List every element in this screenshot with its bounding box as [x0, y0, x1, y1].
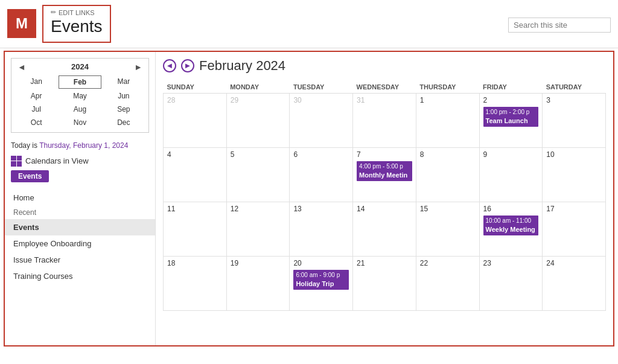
cal-cell-w2d2[interactable]: 13: [290, 202, 353, 256]
cal-cell-w3d5[interactable]: 23: [479, 256, 543, 310]
month-nov[interactable]: Nov: [59, 117, 101, 129]
sidebar-item-employee-onboarding[interactable]: Employee Onboarding: [5, 235, 155, 252]
logo: M: [7, 9, 36, 38]
day-number: 10: [546, 150, 602, 159]
title-area: ✏ EDIT LINKS Events: [42, 5, 111, 43]
sidebar-item-issue-tracker[interactable]: Issue Tracker: [5, 252, 155, 268]
col-monday: MONDAY: [226, 81, 290, 94]
events-badge[interactable]: Events: [11, 170, 49, 182]
cal-cell-w2d6[interactable]: 17: [543, 202, 606, 256]
event-block[interactable]: 6:00 am - 9:00 pHoliday Trip: [293, 270, 349, 290]
cal-cell-w1d1[interactable]: 5: [226, 147, 290, 202]
cal-cell-w2d3[interactable]: 14: [353, 202, 416, 256]
cal-next-btn[interactable]: ►: [181, 59, 194, 72]
today-link[interactable]: Thursday, February 1, 2024: [39, 141, 128, 150]
cal-cell-w0d4[interactable]: 1: [416, 93, 479, 147]
search-input[interactable]: [508, 18, 611, 33]
cal-cell-w1d2[interactable]: 6: [290, 147, 353, 202]
cal-cell-w3d1[interactable]: 19: [226, 256, 290, 310]
day-number: 12: [231, 205, 286, 213]
cal-cell-w2d4[interactable]: 15: [416, 202, 479, 256]
cal-cell-w3d2[interactable]: 206:00 am - 9:00 pHoliday Trip: [290, 256, 353, 310]
sidebar-nav: Home Recent Events Employee Onboarding I…: [5, 190, 155, 284]
month-may[interactable]: May: [59, 90, 101, 102]
event-block[interactable]: 10:00 am - 11:00Weekly Meeting: [483, 216, 539, 235]
day-number: 8: [420, 150, 476, 159]
day-number: 29: [231, 96, 286, 104]
day-number: 20: [293, 259, 349, 267]
cal-cell-w3d4[interactable]: 22: [416, 256, 479, 310]
cal-cell-w0d0[interactable]: 28: [164, 93, 227, 147]
cal-cell-w2d5[interactable]: 1610:00 am - 11:00Weekly Meeting: [479, 202, 543, 256]
cal-cell-w3d0[interactable]: 18: [164, 256, 227, 310]
sidebar-item-events[interactable]: Events: [5, 219, 155, 235]
cal-month-title: February 2024: [199, 58, 285, 74]
calendar-grid: SUNDAY MONDAY TUESDAY WEDNESDAY THURSDAY…: [163, 81, 606, 311]
day-number: 19: [231, 259, 286, 267]
day-number: 23: [483, 259, 539, 267]
mini-cal-next-btn[interactable]: ►: [132, 62, 145, 72]
sidebar: ◄ 2024 ► Jan Feb Mar Apr May Jun Jul Aug…: [5, 52, 156, 345]
month-apr[interactable]: Apr: [15, 90, 57, 102]
day-number: 17: [546, 205, 602, 213]
mini-cal-prev-btn[interactable]: ◄: [15, 62, 28, 72]
cals-in-view-label: Calendars in View: [25, 156, 89, 165]
cal-cell-w1d5[interactable]: 9: [479, 147, 543, 202]
edit-links-label[interactable]: EDIT LINKS: [59, 9, 95, 16]
cal-week-row-2: 11121314151610:00 am - 11:00Weekly Meeti…: [164, 202, 606, 256]
cal-cell-w1d3[interactable]: 74:00 pm - 5:00 pMonthly Meetin: [353, 147, 416, 202]
year-label: 2024: [71, 62, 89, 71]
month-feb[interactable]: Feb: [59, 75, 101, 89]
cal-prev-btn[interactable]: ◄: [163, 59, 176, 72]
edit-links-bar: ✏ EDIT LINKS: [51, 8, 103, 16]
day-number: 7: [357, 150, 412, 159]
cal-cell-w0d6[interactable]: 3: [543, 93, 606, 147]
mini-calendar: ◄ 2024 ► Jan Feb Mar Apr May Jun Jul Aug…: [11, 58, 149, 133]
day-number: 21: [357, 259, 412, 267]
day-number: 4: [167, 150, 223, 159]
month-dec[interactable]: Dec: [103, 117, 145, 129]
header: M ✏ EDIT LINKS Events: [0, 0, 618, 48]
day-number: 31: [357, 96, 412, 104]
calendar-grid-icon: [11, 156, 22, 167]
day-number: 1: [420, 96, 476, 104]
sidebar-item-home[interactable]: Home: [5, 190, 155, 206]
cal-cell-w1d6[interactable]: 10: [543, 147, 606, 202]
month-oct[interactable]: Oct: [15, 117, 57, 129]
month-jan[interactable]: Jan: [15, 75, 57, 89]
cals-in-view: Calendars in View Events: [11, 156, 149, 182]
cal-cell-w3d6[interactable]: 24: [543, 256, 606, 310]
cal-cell-w0d5[interactable]: 21:00 pm - 2:00 pTeam Launch: [479, 93, 543, 147]
day-number: 13: [293, 205, 349, 213]
day-number: 6: [293, 150, 349, 159]
col-thursday: THURSDAY: [416, 81, 479, 94]
cal-cell-w0d2[interactable]: 30: [290, 93, 353, 147]
day-number: 2: [483, 96, 539, 104]
cal-cell-w2d0[interactable]: 11: [164, 202, 227, 256]
day-number: 16: [483, 205, 539, 213]
event-block[interactable]: 4:00 pm - 5:00 pMonthly Meetin: [357, 161, 412, 181]
page-title: Events: [51, 16, 103, 37]
cal-cell-w2d1[interactable]: 12: [226, 202, 290, 256]
month-mar[interactable]: Mar: [103, 75, 145, 89]
month-jul[interactable]: Jul: [15, 103, 57, 115]
day-number: 22: [420, 259, 476, 267]
cals-in-view-header: Calendars in View: [11, 156, 149, 167]
col-sunday: SUNDAY: [164, 81, 227, 94]
cal-cell-w0d1[interactable]: 29: [226, 93, 290, 147]
sidebar-item-training-courses[interactable]: Training Courses: [5, 268, 155, 284]
sidebar-recent-label: Recent: [5, 206, 155, 219]
event-block[interactable]: 1:00 pm - 2:00 pTeam Launch: [483, 107, 539, 127]
month-sep[interactable]: Sep: [103, 103, 145, 115]
cal-cell-w1d4[interactable]: 8: [416, 147, 479, 202]
cal-cell-w1d0[interactable]: 4: [164, 147, 227, 202]
cal-cell-w3d3[interactable]: 21: [353, 256, 416, 310]
col-wednesday: WEDNESDAY: [353, 81, 416, 94]
today-text: Today is Thursday, February 1, 2024: [11, 140, 149, 151]
month-aug[interactable]: Aug: [59, 103, 101, 115]
cal-week-row-3: 1819206:00 am - 9:00 pHoliday Trip212223…: [164, 256, 606, 310]
month-jun[interactable]: Jun: [103, 90, 145, 102]
day-number: 9: [483, 150, 539, 159]
day-number: 5: [231, 150, 286, 159]
cal-cell-w0d3[interactable]: 31: [353, 93, 416, 147]
